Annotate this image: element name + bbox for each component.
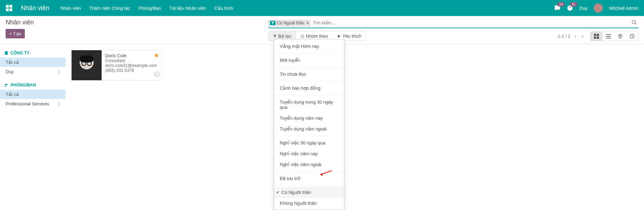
groupby-label: Nhóm theo xyxy=(306,33,328,39)
svg-rect-7 xyxy=(301,36,304,36)
nav-links: Nhân viên Thâm niên Công tác Phòng/Ban T… xyxy=(60,6,233,11)
create-label: Tạo xyxy=(13,31,21,36)
employee-role: Consultant xyxy=(105,58,158,63)
messages-badge: 14 xyxy=(557,2,565,7)
svg-rect-23 xyxy=(80,55,94,62)
apps-icon[interactable] xyxy=(6,5,13,12)
svg-rect-2 xyxy=(6,8,9,11)
nav-documents[interactable]: Tài liệu Nhân viên xyxy=(169,6,206,11)
search-input[interactable] xyxy=(310,19,630,27)
pager-value: 1-1 / 1 xyxy=(557,33,570,39)
svg-rect-6 xyxy=(301,35,304,35)
status-dot-icon xyxy=(155,54,158,57)
sidebar: CÔNG TY Tất cả Duy 1 PHÒNG/BAN Tất cả Pr… xyxy=(0,44,66,113)
employee-name: Doris Cole xyxy=(105,53,158,58)
svg-point-4 xyxy=(632,20,635,23)
view-list-icon[interactable] xyxy=(602,32,614,41)
svg-point-16 xyxy=(620,35,621,36)
favorites-label: Yêu thích xyxy=(342,33,361,39)
pager-prev-icon[interactable]: ‹ xyxy=(573,32,577,40)
employee-email: doris.cole31@example.com xyxy=(105,63,158,68)
svg-rect-0 xyxy=(6,5,9,8)
sidebar-company-title: CÔNG TY xyxy=(0,48,66,58)
filter-newly-hired[interactable]: Mới tuyển xyxy=(274,55,344,66)
create-button[interactable]: + Tạo xyxy=(6,29,25,38)
funnel-icon xyxy=(270,21,276,25)
control-panel-right: Có Người thân × Bộ lọc Nhóm theo ★ xyxy=(268,19,638,41)
nav-employees[interactable]: Nhân viên xyxy=(60,6,81,11)
avatar[interactable] xyxy=(594,3,603,13)
topbar-right: 14 41 Duy Mitchell Admin xyxy=(554,3,638,13)
employee-card-body: Doris Cole Consultant doris.cole31@examp… xyxy=(102,50,162,80)
sidebar-dept-all[interactable]: Tất cả xyxy=(0,90,66,99)
plus-icon: + xyxy=(9,31,12,36)
card-checkin-icon[interactable] xyxy=(154,72,160,78)
remove-chip-icon[interactable]: × xyxy=(306,21,309,25)
svg-rect-10 xyxy=(597,34,599,36)
page-title: Nhân viên xyxy=(6,19,34,26)
search-bar: Có Người thân × xyxy=(268,19,638,28)
filters-dropdown: Vắng mặt Hôm nay Mới tuyển Tin chưa đọc … xyxy=(274,39,344,113)
svg-rect-3 xyxy=(9,8,12,11)
filter-chip-label: Có Người thân xyxy=(277,21,304,25)
sidebar-dept-title: PHÒNG/BAN xyxy=(0,81,66,90)
pager: 1-1 / 1 ‹ › xyxy=(557,32,585,40)
content: Doris Cole Consultant doris.cole31@examp… xyxy=(66,44,644,113)
svg-rect-12 xyxy=(597,37,599,39)
view-activity-icon[interactable] xyxy=(626,32,638,41)
svg-rect-14 xyxy=(606,36,611,37)
activities-icon[interactable]: 41 xyxy=(567,5,573,11)
activities-badge: 41 xyxy=(570,2,577,7)
filter-absent-today[interactable]: Vắng mặt Hôm nay xyxy=(274,41,344,52)
employee-card[interactable]: Doris Cole Consultant doris.cole31@examp… xyxy=(71,50,162,81)
topbar: Nhân viên Nhân viên Thâm niên Công tác P… xyxy=(0,0,644,16)
svg-rect-9 xyxy=(594,34,596,36)
employee-phone: (883)-331-5378 xyxy=(105,68,158,73)
svg-rect-18 xyxy=(5,51,8,55)
admin-user[interactable]: Mitchell Admin xyxy=(609,6,638,11)
pager-next-icon[interactable]: › xyxy=(580,32,585,40)
filter-hired-30d[interactable]: Tuyển dụng trong 30 ngày qua xyxy=(274,97,344,113)
svg-rect-11 xyxy=(594,37,596,39)
nav-config[interactable]: Cấu hình xyxy=(214,6,233,11)
svg-rect-8 xyxy=(301,37,304,38)
control-panel-left: Nhân viên + Tạo xyxy=(6,19,34,38)
nav-seniority[interactable]: Thâm niên Công tác xyxy=(89,6,130,11)
svg-point-20 xyxy=(6,84,8,85)
view-map-icon[interactable] xyxy=(614,32,626,41)
sidebar-dept-prof[interactable]: Professional Services 1 xyxy=(0,99,66,108)
svg-rect-13 xyxy=(606,34,611,35)
sidebar-company-duy[interactable]: Duy 1 xyxy=(0,67,66,76)
company-user[interactable]: Duy xyxy=(579,6,587,11)
svg-rect-15 xyxy=(606,38,611,38)
star-icon: ★ xyxy=(337,33,341,39)
app-name[interactable]: Nhân viên xyxy=(21,5,49,12)
filter-chip[interactable]: Có Người thân × xyxy=(268,20,310,26)
nav-department[interactable]: Phòng/Ban xyxy=(139,6,161,11)
filter-contract-warning[interactable]: Cảnh báo hợp đồng xyxy=(274,83,344,93)
sidebar-company-all[interactable]: Tất cả xyxy=(0,58,66,67)
topbar-left: Nhân viên Nhân viên Thâm niên Công tác P… xyxy=(6,5,233,12)
svg-line-5 xyxy=(635,23,636,24)
search-icon[interactable] xyxy=(630,20,638,26)
svg-point-19 xyxy=(5,84,6,85)
view-kanban-icon[interactable] xyxy=(591,32,602,41)
view-switcher xyxy=(590,31,638,41)
filters-label: Bộ lọc xyxy=(278,33,292,39)
employee-photo xyxy=(72,50,102,80)
svg-rect-1 xyxy=(9,5,12,8)
controls-right: 1-1 / 1 ‹ › xyxy=(557,31,638,41)
filter-unread[interactable]: Tin chưa đọc xyxy=(274,69,344,80)
messages-icon[interactable]: 14 xyxy=(554,5,561,11)
